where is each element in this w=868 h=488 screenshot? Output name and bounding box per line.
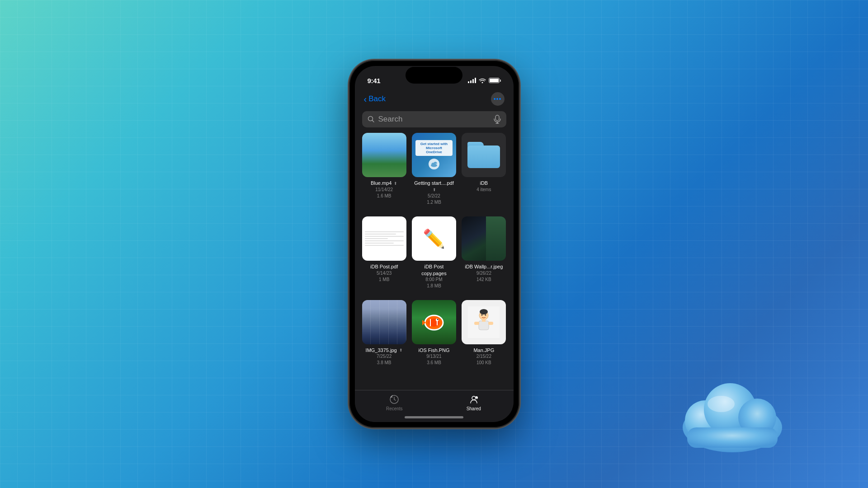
svg-rect-27	[488, 322, 493, 325]
svg-point-24	[485, 314, 486, 316]
dynamic-island	[406, 67, 462, 84]
phone-screen: 9:41	[355, 66, 514, 422]
file-meta-getting-started: 5/2/221.2 MB	[427, 193, 441, 206]
cloud-decoration	[669, 369, 796, 461]
svg-rect-26	[474, 322, 479, 325]
video-thumbnail	[362, 133, 406, 177]
file-item-idb-post-pdf[interactable]: iDB Post.pdf 5/14/231 MB	[362, 216, 406, 289]
ellipsis-icon: •••	[494, 95, 502, 103]
file-item-img-3375[interactable]: IMG_3375.jpg ⬆ 7/25/223.8 MB	[362, 300, 406, 366]
tab-recents-label: Recents	[386, 406, 403, 411]
file-item-blue-mp4[interactable]: Blue.mp4 ⬆ 11/14/221.6 MB	[362, 133, 406, 206]
back-button[interactable]: ‹ Back	[364, 94, 386, 103]
file-name-idb-wallpaper: iDB Wallp...r.jpeg	[462, 263, 506, 270]
pdf-lines	[365, 220, 404, 257]
pdf-white-thumbnail	[362, 216, 406, 261]
file-item-ios-fish[interactable]: iOS Fish.PNG 9/13/213.6 MB	[412, 300, 456, 366]
file-item-idb-post-pages[interactable]: ✏️ iDB Post copy.pages 8:00 PM1.8 MB	[412, 216, 456, 289]
file-name-idb-folder: iDB	[462, 180, 506, 186]
file-thumb-getting-started: Get started withMicrosoft OneDrive	[412, 133, 456, 177]
file-thumb-idb-folder	[462, 133, 506, 177]
file-thumb-idb-post-pdf	[362, 216, 406, 261]
tab-recents[interactable]: Recents	[355, 394, 434, 411]
svg-point-22	[480, 309, 488, 314]
files-row-1: Blue.mp4 ⬆ 11/14/221.6 MB Get started wi…	[362, 133, 506, 206]
file-item-man-jpg[interactable]: Man.JPG 2/15/22100 KB	[462, 300, 506, 366]
signal-icon	[468, 78, 476, 83]
file-thumb-ios-fish	[412, 300, 456, 344]
file-meta-img-3375: 7/25/223.8 MB	[377, 353, 392, 366]
file-thumb-idb-post-pages: ✏️	[412, 216, 456, 261]
wallpaper-thumbnail	[462, 216, 506, 261]
battery-icon	[489, 78, 501, 83]
tab-shared[interactable]: + Shared	[434, 394, 514, 411]
file-name-blue-mp4: Blue.mp4 ⬆	[362, 180, 406, 186]
file-meta-idb-folder: 4 items	[476, 187, 491, 193]
tab-shared-label: Shared	[467, 406, 481, 411]
pages-pencil-icon: ✏️	[423, 228, 445, 249]
svg-rect-4	[687, 427, 778, 448]
file-item-idb-wallpaper[interactable]: iDB Wallp...r.jpeg 9/26/22142 KB	[462, 216, 506, 289]
svg-point-12	[431, 164, 437, 167]
nav-header: ‹ Back •••	[355, 89, 514, 108]
back-chevron-icon: ‹	[364, 94, 367, 103]
curtain-stripes	[362, 300, 406, 344]
microphone-icon	[494, 115, 501, 124]
phone-frame: 9:41	[349, 61, 519, 427]
svg-point-23	[481, 314, 483, 316]
cloud-upload-icon-3: ⬆	[399, 348, 403, 353]
status-time: 9:41	[368, 77, 381, 84]
folder-thumbnail	[462, 133, 506, 177]
file-name-idb-post-pages: iDB Post copy.pages	[412, 263, 456, 277]
file-thumb-man-jpg	[462, 300, 506, 344]
file-meta-idb-post-pdf: 5/14/231 MB	[377, 270, 392, 283]
search-placeholder: Search	[378, 115, 490, 124]
file-name-img-3375: IMG_3375.jpg ⬆	[362, 347, 406, 353]
file-meta-ios-fish: 9/13/213.6 MB	[426, 353, 441, 366]
cloud-upload-icon: ⬆	[394, 181, 397, 187]
svg-text:+: +	[475, 397, 476, 399]
svg-line-7	[372, 121, 374, 122]
more-button[interactable]: •••	[491, 92, 505, 106]
folder-shape	[467, 142, 500, 168]
cloud-upload-icon-2: ⬆	[433, 188, 436, 193]
file-name-man-jpg: Man.JPG	[462, 347, 506, 353]
man-thumbnail	[462, 300, 506, 344]
files-grid: Blue.mp4 ⬆ 11/14/221.6 MB Get started wi…	[355, 133, 514, 390]
file-meta-idb-wallpaper: 9/26/22142 KB	[476, 270, 491, 283]
status-icons	[468, 78, 501, 83]
file-thumb-img-3375	[362, 300, 406, 344]
files-row-2: iDB Post.pdf 5/14/231 MB ✏️ iDB Post cop…	[362, 216, 506, 289]
file-item-idb-folder[interactable]: iDB 4 items	[462, 133, 506, 206]
file-meta-blue-mp4: 11/14/221.6 MB	[375, 187, 393, 199]
wifi-icon	[479, 78, 486, 83]
pages-thumbnail: ✏️	[412, 216, 456, 261]
curtain-thumbnail	[362, 300, 406, 344]
svg-rect-8	[495, 115, 499, 121]
files-row-3: IMG_3375.jpg ⬆ 7/25/223.8 MB	[362, 300, 506, 366]
home-indicator	[405, 416, 463, 418]
file-item-getting-started[interactable]: Get started withMicrosoft OneDrive Getti…	[412, 133, 456, 206]
file-meta-man-jpg: 2/15/22100 KB	[476, 353, 491, 366]
recents-icon	[389, 394, 400, 405]
fish-thumbnail	[412, 300, 456, 344]
file-meta-idb-post-pages: 8:00 PM1.8 MB	[425, 277, 442, 289]
search-icon	[368, 116, 375, 123]
file-name-ios-fish: iOS Fish.PNG	[412, 347, 456, 353]
svg-rect-25	[479, 321, 489, 330]
file-thumb-idb-wallpaper	[462, 216, 506, 261]
shared-icon: +	[468, 394, 479, 405]
back-label: Back	[368, 94, 386, 103]
svg-point-5	[708, 396, 735, 412]
file-name-idb-post-pdf: iDB Post.pdf	[362, 263, 406, 270]
pdf-blue-thumbnail: Get started withMicrosoft OneDrive	[412, 133, 456, 177]
search-bar[interactable]: Search	[362, 111, 506, 127]
svg-rect-28	[482, 319, 486, 322]
file-name-getting-started: Getting start....pdf ⬆	[412, 180, 456, 193]
file-thumb-blue-mp4	[362, 133, 406, 177]
